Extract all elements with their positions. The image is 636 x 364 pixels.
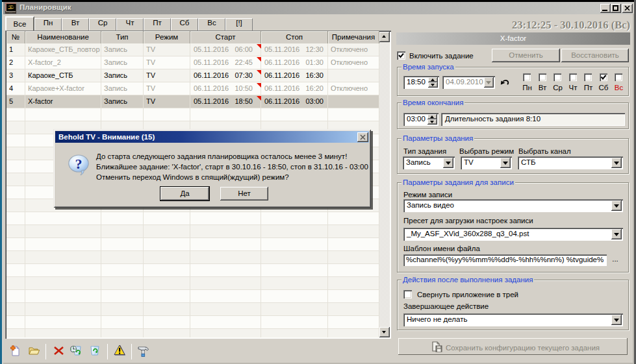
svg-text:?: ? bbox=[75, 156, 83, 172]
